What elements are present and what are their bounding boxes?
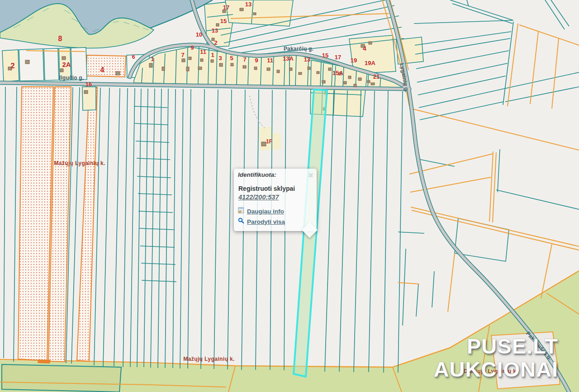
info-doc-icon [238,207,244,215]
layer-heading: Registruoti sklypai [234,179,317,192]
identify-popup: Identifikuota: × Registruoti sklypai 412… [234,169,317,231]
map-viewport[interactable]: 822A416617911135791113A1315171919A415A21… [0,0,579,392]
popup-header: Identifikuota: × [234,169,317,179]
popup-title: Identifikuota: [238,171,276,178]
popup-card: Identifikuota: × Registruoti sklypai 412… [234,169,317,231]
magnifier-icon [238,217,244,226]
parodyti-visa-link[interactable]: Parodyti visą [247,218,285,225]
close-icon[interactable]: × [308,172,313,178]
parcel-code-link[interactable]: 4122/200:537 [238,194,279,201]
daugiau-info-link[interactable]: Daugiau info [247,208,284,215]
